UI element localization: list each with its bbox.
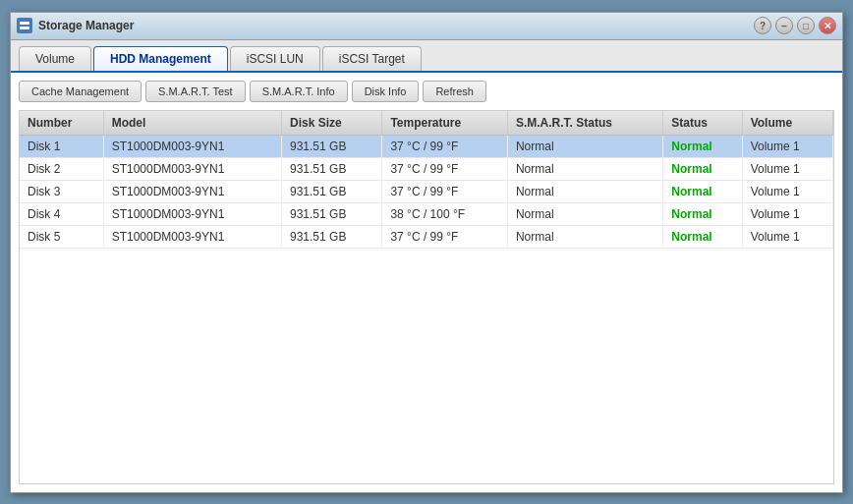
maximize-button[interactable]: □ [797, 17, 815, 34]
cell-temperature: 37 °C / 99 °F [382, 180, 508, 202]
cell-smart_status: Normal [507, 202, 662, 225]
cell-smart_status: Normal [507, 225, 662, 248]
cell-volume: Volume 1 [742, 202, 832, 225]
cell-model: ST1000DM003-9YN1 [103, 225, 281, 248]
app-icon [17, 18, 32, 33]
cell-disk_size: 931.51 GB [282, 225, 382, 248]
refresh-button[interactable]: Refresh [423, 81, 486, 102]
cell-disk_size: 931.51 GB [282, 202, 382, 225]
table-row[interactable]: Disk 2ST1000DM003-9YN1931.51 GB37 °C / 9… [20, 157, 833, 180]
cell-model: ST1000DM003-9YN1 [103, 157, 281, 180]
svg-rect-1 [20, 27, 29, 29]
cell-number: Disk 5 [20, 225, 103, 248]
cell-smart_status: Normal [507, 135, 662, 157]
tab-volume[interactable]: Volume [19, 46, 91, 71]
smart-test-button[interactable]: S.M.A.R.T. Test [145, 81, 246, 102]
table-header-row: Number Model Disk Size Temperature S.M.A… [20, 111, 833, 136]
cell-temperature: 37 °C / 99 °F [382, 135, 508, 157]
cell-status: Normal [663, 202, 742, 225]
cell-volume: Volume 1 [742, 157, 832, 180]
cell-temperature: 38 °C / 100 °F [382, 202, 508, 225]
tab-hdd-management[interactable]: HDD Management [93, 46, 228, 71]
cell-status: Normal [663, 135, 742, 157]
cell-status: Normal [663, 157, 742, 180]
table-row[interactable]: Disk 1ST1000DM003-9YN1931.51 GB37 °C / 9… [20, 135, 833, 157]
close-button[interactable]: ✕ [819, 17, 836, 34]
cell-model: ST1000DM003-9YN1 [103, 202, 281, 225]
window-title: Storage Manager [38, 19, 754, 32]
table-row[interactable]: Disk 4ST1000DM003-9YN1931.51 GB38 °C / 1… [20, 202, 833, 225]
cell-number: Disk 1 [20, 135, 103, 157]
cell-volume: Volume 1 [742, 180, 832, 202]
storage-manager-window: Storage Manager ? – □ ✕ Volume HDD Manag… [10, 12, 843, 493]
cell-disk_size: 931.51 GB [282, 157, 382, 180]
cell-number: Disk 4 [20, 202, 103, 225]
cell-volume: Volume 1 [742, 225, 832, 248]
help-button[interactable]: ? [754, 17, 771, 34]
svg-rect-0 [20, 22, 29, 25]
content-area: Cache Management S.M.A.R.T. Test S.M.A.R… [11, 73, 842, 492]
cell-disk_size: 931.51 GB [282, 135, 382, 157]
smart-info-button[interactable]: S.M.A.R.T. Info [250, 81, 348, 102]
disk-table: Number Model Disk Size Temperature S.M.A… [20, 111, 833, 249]
table-row[interactable]: Disk 5ST1000DM003-9YN1931.51 GB37 °C / 9… [20, 225, 833, 248]
table-row[interactable]: Disk 3ST1000DM003-9YN1931.51 GB37 °C / 9… [20, 180, 833, 202]
col-header-status: Status [663, 111, 742, 136]
cache-management-button[interactable]: Cache Management [19, 81, 142, 102]
window-controls: ? – □ ✕ [754, 17, 836, 34]
col-header-smart-status: S.M.A.R.T. Status [507, 111, 662, 136]
cell-volume: Volume 1 [742, 135, 832, 157]
cell-number: Disk 3 [20, 180, 103, 202]
minimize-button[interactable]: – [775, 17, 793, 34]
cell-number: Disk 2 [20, 157, 103, 180]
cell-model: ST1000DM003-9YN1 [103, 180, 281, 202]
disk-table-container: Number Model Disk Size Temperature S.M.A… [19, 110, 834, 484]
disk-info-button[interactable]: Disk Info [352, 81, 420, 102]
cell-disk_size: 931.51 GB [282, 180, 382, 202]
cell-status: Normal [663, 225, 742, 248]
cell-temperature: 37 °C / 99 °F [382, 225, 508, 248]
col-header-volume: Volume [742, 111, 832, 136]
toolbar: Cache Management S.M.A.R.T. Test S.M.A.R… [19, 81, 834, 102]
primary-tabs: Volume HDD Management iSCSI LUN iSCSI Ta… [11, 40, 842, 73]
cell-status: Normal [663, 180, 742, 202]
tab-iscsi-target[interactable]: iSCSI Target [322, 46, 422, 71]
tab-iscsi-lun[interactable]: iSCSI LUN [230, 46, 320, 71]
cell-smart_status: Normal [507, 180, 662, 202]
cell-model: ST1000DM003-9YN1 [103, 135, 281, 157]
title-bar: Storage Manager ? – □ ✕ [11, 13, 842, 40]
col-header-temperature: Temperature [382, 111, 508, 136]
cell-temperature: 37 °C / 99 °F [382, 157, 508, 180]
col-header-model: Model [103, 111, 281, 136]
cell-smart_status: Normal [507, 157, 662, 180]
col-header-number: Number [20, 111, 103, 136]
col-header-disk-size: Disk Size [282, 111, 382, 136]
